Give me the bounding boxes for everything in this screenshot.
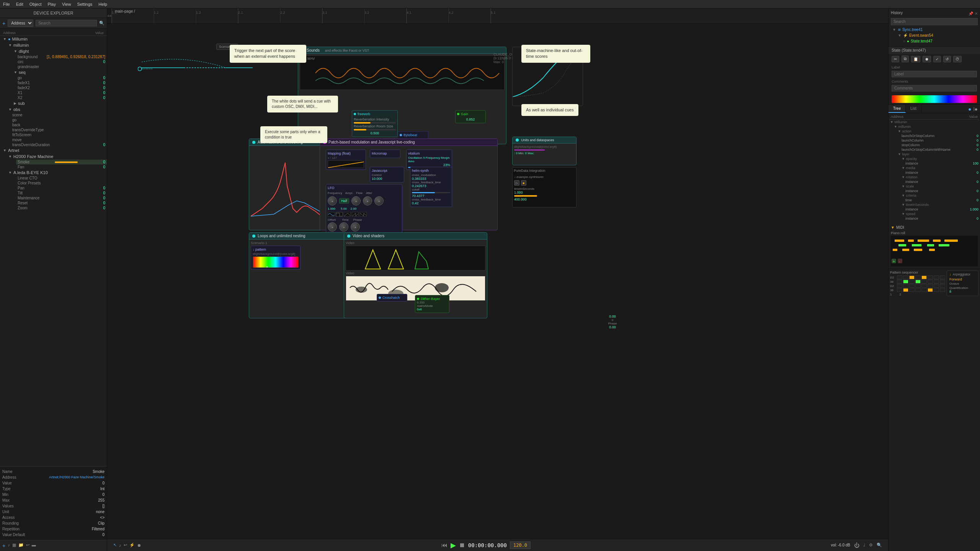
right-tree-launch[interactable]: launchOrStopColumn0 bbox=[901, 134, 979, 138]
right-tree-millumin[interactable]: ▼ Millumin bbox=[889, 120, 979, 124]
tree-item-sub[interactable]: ▶sub bbox=[11, 100, 107, 106]
transport-stop-btn[interactable]: ⏹ bbox=[459, 542, 465, 549]
cell-d2b-6[interactable] bbox=[934, 284, 939, 288]
tree-item-millumin[interactable]: ▼●Millumin bbox=[0, 36, 107, 42]
record-btn[interactable]: ⏺ bbox=[923, 56, 931, 62]
tool-select[interactable]: ↖ bbox=[113, 543, 117, 548]
comments-input[interactable] bbox=[892, 85, 977, 91]
cell-38-0[interactable] bbox=[897, 280, 902, 284]
right-tree-timeinsec-inst[interactable]: instance1.000 bbox=[905, 207, 979, 212]
cell-d2b-0[interactable] bbox=[897, 284, 902, 288]
cell-d2-2[interactable] bbox=[909, 276, 915, 279]
cell-d2b-7[interactable] bbox=[940, 284, 945, 288]
tool-add[interactable]: ♪ bbox=[119, 543, 121, 548]
cell-36-2[interactable] bbox=[909, 288, 915, 292]
cell-d2-5[interactable] bbox=[928, 276, 933, 279]
right-tree-action[interactable]: ▼ action bbox=[897, 129, 979, 134]
tree-item-move[interactable]: move bbox=[11, 137, 107, 142]
tree-item-h2000[interactable]: ▼H2000 Faze Machine bbox=[5, 153, 107, 160]
time-btn[interactable]: ⏱ bbox=[953, 56, 962, 62]
bpm-display[interactable]: 120.0 bbox=[510, 541, 531, 549]
cell-36-6[interactable] bbox=[934, 288, 939, 292]
menu-play[interactable]: Play bbox=[48, 2, 56, 7]
lfo-shape-square[interactable] bbox=[336, 212, 343, 217]
paste-btn[interactable]: 📋 bbox=[911, 56, 920, 62]
right-tree-launchname[interactable]: launchOrStopColumnWithName0 bbox=[901, 147, 979, 152]
cell-d2-1[interactable] bbox=[903, 276, 908, 279]
history-pin-icon[interactable]: 📌 bbox=[969, 11, 973, 16]
tool-add-icon[interactable]: + bbox=[2, 543, 5, 549]
history-event-swan[interactable]: ▼ ⚡ Event.swan54 bbox=[896, 33, 978, 38]
tree-item-tilt[interactable]: Tilt0 bbox=[16, 191, 107, 196]
right-tree-rotation-inst[interactable]: instance0 bbox=[905, 179, 979, 184]
menu-settings[interactable]: Settings bbox=[77, 2, 93, 7]
tree-item-scene[interactable]: scene bbox=[11, 112, 107, 117]
search-input[interactable] bbox=[36, 20, 97, 26]
cell-38-2[interactable] bbox=[909, 280, 915, 284]
cell-d2b-5[interactable] bbox=[928, 284, 933, 288]
tool-console-icon[interactable]: ▬ bbox=[32, 543, 36, 549]
tree-item-go[interactable]: go0 bbox=[16, 75, 107, 80]
tab-tree[interactable]: Tree bbox=[889, 105, 906, 113]
lfo-phase-knob[interactable]: ● bbox=[351, 222, 360, 231]
cut-btn[interactable]: ✂ bbox=[892, 56, 899, 62]
cell-d2b-2[interactable] bbox=[909, 284, 915, 288]
lfo-jitter-knob[interactable]: ● bbox=[374, 196, 384, 205]
right-tree-opacity[interactable]: ▼ opacity bbox=[901, 156, 979, 161]
cell-36-7[interactable] bbox=[940, 288, 945, 292]
cell-36-4[interactable] bbox=[921, 288, 927, 292]
cell-d2-0[interactable] bbox=[897, 276, 902, 279]
javascript-node[interactable]: Javascript Control 10.000 bbox=[370, 167, 404, 183]
tree-item-smoke[interactable]: Smoke 0 bbox=[16, 160, 107, 165]
cell-36-3[interactable] bbox=[915, 288, 921, 292]
transport-play-btn[interactable]: ▶ bbox=[451, 541, 456, 549]
micromap-node[interactable]: Micromap bbox=[370, 150, 400, 158]
reset-btn[interactable]: ↺ bbox=[943, 56, 951, 62]
condition-btn[interactable]: ✓ bbox=[933, 56, 941, 62]
metronome-icon[interactable]: ♩ bbox=[863, 543, 865, 548]
tree-item-circ[interactable]: circ0 bbox=[16, 59, 107, 64]
right-tree-rotation[interactable]: ▼ rotation bbox=[901, 175, 979, 179]
tree-item-zoom[interactable]: Zoom0 bbox=[16, 205, 107, 210]
right-tree-time[interactable]: time0 bbox=[905, 198, 979, 202]
tab-list[interactable]: List bbox=[906, 105, 921, 113]
tree-item-background[interactable]: background [1, 0.889491, 0.926818, 0.231… bbox=[16, 54, 107, 59]
tool-history-icon[interactable]: ↩ bbox=[26, 543, 29, 549]
crosshatch-node[interactable]: Crosshatch bbox=[377, 294, 407, 302]
right-tree-opacity-inst[interactable]: instance100 bbox=[905, 161, 979, 166]
cell-38-7[interactable] bbox=[940, 280, 945, 284]
right-tree-layer[interactable]: ▼ layer bbox=[897, 152, 979, 156]
cell-d2-4[interactable] bbox=[921, 276, 927, 279]
lfo-time-knob[interactable]: ● bbox=[339, 222, 348, 231]
right-tree-launchcol[interactable]: launchColumn0 bbox=[901, 138, 979, 143]
menu-file[interactable]: File bbox=[3, 2, 10, 7]
right-tree-media[interactable]: ▼ media bbox=[901, 166, 979, 170]
cell-36-5[interactable] bbox=[928, 288, 933, 292]
lfo-shape-triangle[interactable] bbox=[344, 212, 351, 217]
cell-d2b-4[interactable] bbox=[921, 284, 927, 288]
menu-edit[interactable]: Edit bbox=[16, 2, 23, 7]
color-swatch[interactable] bbox=[892, 95, 977, 103]
tree-item-reset[interactable]: Reset0 bbox=[16, 201, 107, 205]
tree-item-fadex1[interactable]: fadeX10 bbox=[16, 80, 107, 85]
cell-38-5[interactable] bbox=[928, 280, 933, 284]
right-tree-speed-inst[interactable]: instance0 bbox=[905, 216, 979, 221]
cell-38-4[interactable] bbox=[921, 280, 927, 284]
menu-view[interactable]: View bbox=[62, 2, 71, 7]
tool-record[interactable]: ⏺ bbox=[137, 543, 141, 548]
lfo-freq-knob[interactable]: ● bbox=[328, 196, 337, 205]
tool-folder-icon[interactable]: 📁 bbox=[18, 543, 24, 549]
tree-item-pan[interactable]: Pan0 bbox=[16, 186, 107, 191]
tree-item-fittoscreen[interactable]: fitToScreen bbox=[11, 132, 107, 137]
cell-d2b-3[interactable] bbox=[915, 284, 921, 288]
lfo-node[interactable]: LFO FrequencyAmpl.FlowJitter ● Half ● ● … bbox=[326, 184, 402, 238]
address-select[interactable]: Address bbox=[8, 20, 33, 27]
tree-item-trans-duration[interactable]: transOverrideDuration0 bbox=[11, 142, 107, 147]
cell-d2-3[interactable] bbox=[915, 276, 921, 279]
menu-object[interactable]: Object bbox=[29, 2, 42, 7]
settings-icon[interactable]: ⚙ bbox=[869, 543, 873, 548]
right-tree-stop[interactable]: stopColumn0 bbox=[901, 143, 979, 147]
timeline-ruler[interactable]: 1.1 1.2 1.3 2.1 2.2 3.1 3.2 4.1 bbox=[112, 8, 888, 23]
right-tree-media-inst[interactable]: instance0 bbox=[905, 170, 979, 175]
copy-btn[interactable]: ⧉ bbox=[902, 55, 909, 62]
